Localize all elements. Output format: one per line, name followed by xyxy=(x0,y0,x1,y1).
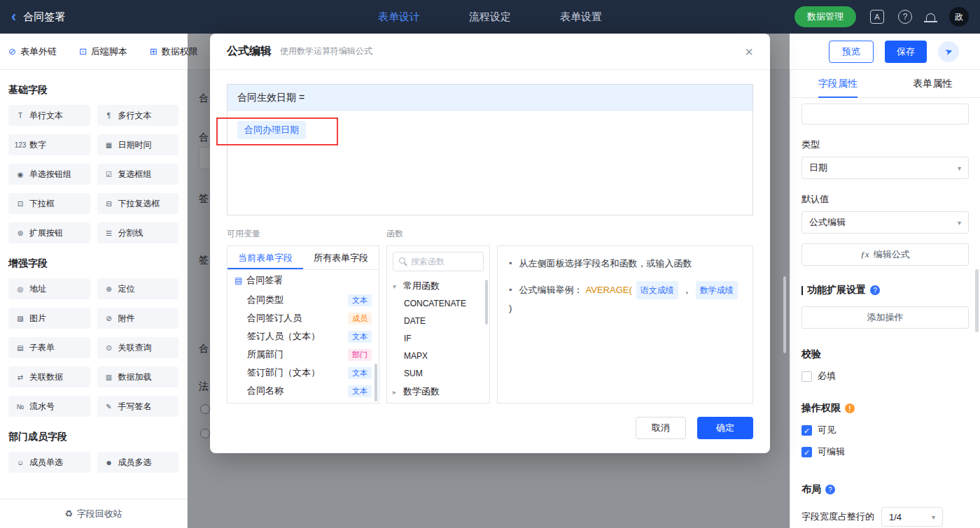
tab-form-design[interactable]: 表单设计 xyxy=(378,10,420,24)
field-item-number[interactable]: 123数字 xyxy=(8,134,90,155)
function-item-mapx[interactable]: MAPX xyxy=(387,348,489,365)
tab-all-form-fields[interactable]: 所有表单字段 xyxy=(303,246,379,269)
modal-footer: 取消 确定 xyxy=(636,417,753,439)
canvas-scrollbar[interactable] xyxy=(783,276,786,353)
visible-checkbox[interactable] xyxy=(802,425,812,436)
tab-field-properties[interactable]: 字段属性 xyxy=(790,70,886,97)
toolbar-item-backend-script[interactable]: ⊡ 后端脚本 xyxy=(79,45,127,58)
save-button[interactable]: 保存 xyxy=(885,41,927,63)
help-example-prefix: 公式编辑举例： xyxy=(519,283,583,298)
question-icon[interactable]: ? xyxy=(870,285,880,295)
chevron-down-icon: ▾ xyxy=(958,164,961,172)
field-item-multi-text[interactable]: ¶多行文本 xyxy=(97,105,179,126)
type-label: 类型 xyxy=(802,138,969,151)
field-title-input[interactable] xyxy=(802,104,969,124)
field-item-data-load[interactable]: ▥数据加载 xyxy=(97,366,179,387)
function-group-text[interactable]: ▸ 文本函数 xyxy=(387,401,489,404)
confirm-button[interactable]: 确定 xyxy=(697,417,753,439)
field-item-member-single[interactable]: ☺成员单选 xyxy=(8,452,90,473)
type-select[interactable]: 日期 ▾ xyxy=(802,157,969,179)
tab-form-settings[interactable]: 表单设置 xyxy=(560,10,602,24)
field-item-member-multi[interactable]: ☻成员多选 xyxy=(97,452,179,473)
field-item-serial-number[interactable]: №流水号 xyxy=(8,396,90,417)
back-chevron-icon[interactable]: ‹ xyxy=(11,9,16,24)
notification-bell-icon[interactable] xyxy=(926,13,935,21)
formula-target: 合同生效日期 = xyxy=(227,85,752,111)
function-item-if[interactable]: IF xyxy=(387,330,489,348)
close-icon[interactable]: × xyxy=(745,45,753,59)
required-checkbox[interactable] xyxy=(802,371,812,382)
field-type-badge: 文本 xyxy=(348,294,372,306)
editable-checkbox[interactable] xyxy=(802,447,812,457)
chevron-down-icon: ▾ xyxy=(393,283,400,290)
preview-button[interactable]: 预览 xyxy=(829,41,874,63)
tree-field-row[interactable]: 签订人员（文本） 文本 xyxy=(227,327,379,345)
field-item-address[interactable]: ◎地址 xyxy=(8,278,90,299)
field-item-label: 多行文本 xyxy=(118,110,152,122)
tree-field-row[interactable]: 合同类型 文本 xyxy=(227,291,379,309)
share-button[interactable]: ➤ xyxy=(938,41,959,62)
add-action-button[interactable]: 添加操作 xyxy=(802,306,969,329)
chevron-right-icon: ▸ xyxy=(393,388,400,396)
cancel-button[interactable]: 取消 xyxy=(636,417,686,439)
field-item-subform[interactable]: ▤子表单 xyxy=(8,337,90,358)
field-item-attachment[interactable]: ⊘附件 xyxy=(97,308,179,329)
function-group-common[interactable]: ▾ 常用函数 xyxy=(387,277,489,295)
field-item-signature[interactable]: ✎手写签名 xyxy=(97,396,179,417)
warning-icon[interactable]: ! xyxy=(845,404,855,413)
tab-form-properties[interactable]: 表单属性 xyxy=(886,70,980,97)
chevron-down-icon: ▾ xyxy=(958,219,961,227)
variables-scrollbar[interactable] xyxy=(374,364,377,401)
field-item-divider[interactable]: ☰分割线 xyxy=(97,222,179,243)
default-value-select[interactable]: 公式编辑 ▾ xyxy=(802,211,969,234)
field-item-dropdown[interactable]: ⊡下拉框 xyxy=(8,193,90,214)
field-item-extend-button[interactable]: ⊜扩展按钮 xyxy=(8,222,90,243)
function-item-sum[interactable]: SUM xyxy=(387,365,489,383)
edit-formula-button[interactable]: ƒx 编辑公式 xyxy=(802,243,969,266)
function-group-math[interactable]: ▸ 数学函数 xyxy=(387,383,489,401)
field-item-location[interactable]: ⊕定位 xyxy=(97,278,179,299)
tab-current-form-fields[interactable]: 当前表单字段 xyxy=(227,246,303,269)
tree-root-form[interactable]: ▤ 合同签署 xyxy=(227,270,379,291)
modal-body: 合同生效日期 = 合同办理日期 可用变量 函数 当前表单字段 所有表单字段 ▤ xyxy=(210,70,770,404)
chevron-down-icon: ▾ xyxy=(932,513,935,521)
help-arg-tag: 语文成绩 xyxy=(636,281,678,299)
topbar: ‹ 合同签署 表单设计 流程设定 表单设置 数据管理 A ? 政 xyxy=(0,0,980,34)
field-recycle-bin[interactable]: ♻ 字段回收站 xyxy=(0,499,187,528)
function-item-concatenate[interactable]: CONCATENATE xyxy=(387,295,489,313)
field-item-image[interactable]: ▨图片 xyxy=(8,308,90,329)
translate-icon[interactable]: A xyxy=(870,10,884,24)
field-item-checkbox-group[interactable]: ☑复选框组 xyxy=(97,164,179,185)
function-search[interactable] xyxy=(393,252,484,271)
field-item-datetime[interactable]: ▦日期时间 xyxy=(97,134,179,155)
tree-field-row[interactable]: 合同签订人员 成员 xyxy=(227,309,379,327)
field-item-relate-query[interactable]: ⊙关联查询 xyxy=(97,337,179,358)
tree-field-row[interactable]: 签订部门（文本） 文本 xyxy=(227,364,379,382)
function-item-date[interactable]: DATE xyxy=(387,313,489,330)
tree-field-row[interactable]: 合同名称 文本 xyxy=(227,382,379,400)
dropdown-icon: ⊡ xyxy=(14,200,27,208)
field-item-dropdown-multi[interactable]: ⊟下拉复选框 xyxy=(97,193,179,214)
question-icon[interactable]: ? xyxy=(825,485,835,494)
field-item-label: 地址 xyxy=(29,283,46,295)
toolbar-item-external-link[interactable]: ⊘ 表单外链 xyxy=(8,45,57,58)
field-item-label: 复选框组 xyxy=(118,169,152,180)
formula-input-area[interactable]: 合同办理日期 xyxy=(227,111,752,215)
tab-flow-settings[interactable]: 流程设定 xyxy=(469,10,511,24)
functions-scrollbar[interactable] xyxy=(485,280,488,324)
field-item-radio-group[interactable]: ◉单选按钮组 xyxy=(8,164,90,185)
avatar[interactable]: 政 xyxy=(949,7,969,27)
help-icon[interactable]: ? xyxy=(898,10,912,24)
serial-icon: № xyxy=(14,403,27,411)
field-width-select[interactable]: 1/4 ▾ xyxy=(881,507,943,527)
attachment-icon: ⊘ xyxy=(103,315,115,322)
field-item-single-text[interactable]: T单行文本 xyxy=(8,105,90,126)
data-manage-button[interactable]: 数据管理 xyxy=(794,6,856,27)
properties-scrollbar[interactable] xyxy=(975,269,979,332)
tree-field-row[interactable]: 所属部门 部门 xyxy=(227,345,379,364)
field-item-relate-data[interactable]: ⇄关联数据 xyxy=(8,366,90,387)
modal-header: 公式编辑 使用数学运算符编辑公式 × xyxy=(210,34,770,70)
search-input[interactable] xyxy=(411,257,474,266)
formula-field-tag[interactable]: 合同办理日期 xyxy=(237,121,306,139)
variables-panel: 当前表单字段 所有表单字段 ▤ 合同签署 合同类型 文本 合同签订人员 成员 xyxy=(227,245,379,404)
